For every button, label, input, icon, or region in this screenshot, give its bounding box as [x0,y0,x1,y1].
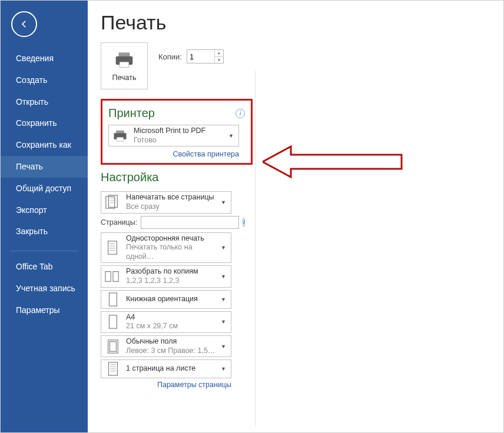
nav-item-export[interactable]: Экспорт [1,199,88,221]
print-range-title: Напечатать все страницы [126,193,216,202]
nav-item-options[interactable]: Параметры [1,299,88,321]
chevron-down-icon: ▼ [221,344,228,349]
print-panel: Печать Печать Копии: ▲ ▼ [88,1,503,432]
svg-rect-7 [109,195,118,207]
copies-up[interactable]: ▲ [215,50,223,57]
pages-per-sheet-select[interactable]: 1 страница на листе ▼ [101,359,231,378]
svg-rect-17 [113,272,118,282]
margins-sub: Левое: 3 см Правое: 1,5… [126,347,216,356]
nav-item-officetab[interactable]: Office Tab [1,256,88,278]
paper-size-select[interactable]: A4 21 см x 29,7 см ▼ [101,311,231,333]
chevron-down-icon: ▼ [228,133,236,139]
sides-title: Односторонняя печать [126,234,216,244]
paper-size-title: A4 [126,313,216,322]
svg-rect-5 [117,137,124,141]
pages-label: Страницы: [101,218,137,227]
collate-title: Разобрать по копиям [126,267,216,277]
settings-heading: Настройка [101,171,231,184]
sides-sub: Печатать только на одной… [126,243,216,261]
chevron-down-icon: ▼ [221,319,228,325]
printer-heading-row: Принтер i [108,106,245,120]
print-range-select[interactable]: Напечатать все страницы Все сразу ▼ [101,191,231,213]
chevron-down-icon: ▼ [221,245,228,251]
svg-rect-19 [109,315,117,328]
single-side-icon [104,240,121,255]
printer-select[interactable]: Microsoft Print to PDF Готово ▼ [108,125,239,146]
print-range-sub: Все сразу [126,202,216,212]
pages-icon [104,195,121,210]
chevron-down-icon: ▼ [221,199,228,205]
svg-rect-11 [108,241,117,254]
nav-item-open[interactable]: Открыть [1,91,88,113]
paper-size-sub: 21 см x 29,7 см [126,322,216,331]
back-button[interactable] [11,11,37,37]
copies-spinner[interactable]: ▲ ▼ [187,49,224,64]
chevron-down-icon: ▼ [221,366,228,372]
page-setup-link[interactable]: Параметры страницы [101,381,231,389]
print-button-label: Печать [112,74,137,82]
sides-select[interactable]: Односторонняя печать Печатать только на … [101,232,231,264]
nav-item-saveas[interactable]: Сохранить как [1,134,88,156]
nav-item-print[interactable]: Печать [1,156,88,178]
nav-separator [10,251,78,251]
nav-item-share[interactable]: Общий доступ [1,178,88,199]
svg-rect-21 [110,341,116,351]
portrait-icon [104,292,121,307]
svg-rect-18 [109,292,117,305]
collate-select[interactable]: Разобрать по копиям 1,2,3 1,2,3 1,2,3 ▼ [101,265,231,287]
collate-icon [104,269,121,284]
printer-status: Готово [134,136,224,145]
collate-sub: 1,2,3 1,2,3 1,2,3 [126,277,216,286]
margins-icon [104,339,121,354]
separator-line [255,70,256,427]
nav-item-account[interactable]: Учетная запись [1,278,88,299]
copies-down[interactable]: ▼ [215,57,223,64]
printer-name: Microsoft Print to PDF [134,126,224,136]
sheet-icon [104,361,121,377]
chevron-down-icon: ▼ [221,274,228,279]
info-icon[interactable]: i [236,109,245,118]
pages-per-sheet-title: 1 страница на листе [126,364,216,374]
printer-properties-link[interactable]: Свойства принтера [108,150,239,158]
margins-title: Обычные поля [126,337,216,347]
copies-input[interactable] [187,50,214,63]
nav-item-save[interactable]: Сохранить [1,112,88,134]
backstage-sidebar: Сведения Создать Открыть Сохранить Сохра… [1,1,88,432]
copies-label: Копии: [158,52,182,61]
chevron-down-icon: ▼ [221,297,228,302]
nav-item-new[interactable]: Создать [1,69,88,91]
page-title: Печать [101,11,493,34]
printer-section-highlight: Принтер i Microsoft Print to PDF Готово … [101,99,253,165]
printer-icon [113,50,135,70]
svg-rect-16 [105,272,111,282]
paper-size-icon [104,314,121,329]
nav-list: Сведения Создать Открыть Сохранить Сохра… [1,48,88,321]
printer-heading: Принтер [108,106,155,120]
printer-device-icon [111,128,129,144]
arrow-left-icon [18,18,30,30]
nav-item-info[interactable]: Сведения [1,48,88,69]
orientation-select[interactable]: Книжная ориентация ▼ [101,290,231,309]
svg-rect-2 [120,62,129,68]
info-icon[interactable]: i [243,218,245,227]
orientation-title: Книжная ориентация [126,295,216,304]
print-button[interactable]: Печать [101,42,148,89]
pages-input[interactable] [141,216,239,229]
nav-item-close[interactable]: Закрыть [1,221,88,242]
margins-select[interactable]: Обычные поля Левое: 3 см Правое: 1,5… ▼ [101,335,231,357]
